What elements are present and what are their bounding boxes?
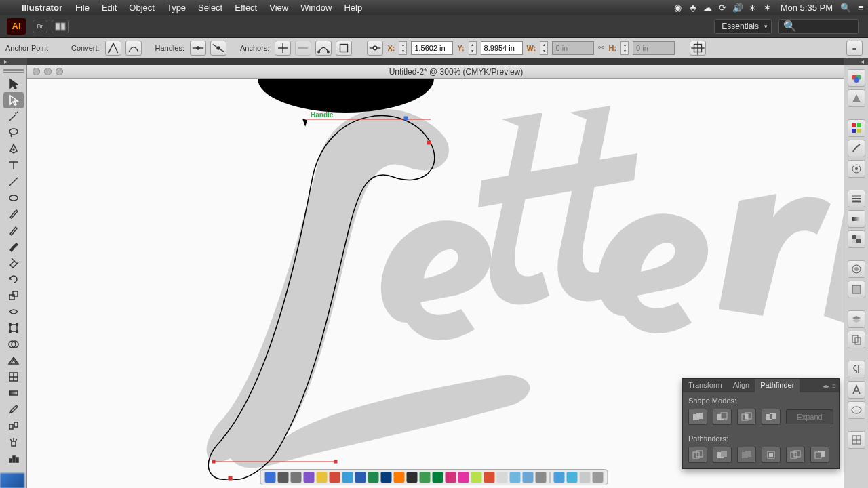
perspective-grid-tool[interactable] (3, 352, 24, 369)
dock-app-21[interactable] (536, 472, 547, 483)
rotate-tool[interactable] (3, 271, 24, 287)
x-stepper[interactable]: ▴▾ (399, 41, 407, 55)
dock-app-8[interactable] (368, 472, 379, 483)
dock-app-23[interactable] (567, 472, 578, 483)
shape-tool[interactable] (3, 190, 24, 206)
cut-path-button[interactable] (336, 41, 352, 56)
y-stepper[interactable]: ▴▾ (469, 41, 477, 55)
paragraph-panel-icon[interactable] (848, 361, 865, 378)
dock-app-0[interactable] (265, 472, 276, 483)
dock-app-20[interactable] (523, 472, 534, 483)
tab-transform[interactable]: Transform (683, 379, 728, 392)
dock-app-19[interactable] (510, 472, 521, 483)
color-panel-icon[interactable] (848, 69, 865, 87)
swatches-panel-icon[interactable] (848, 119, 865, 137)
screencast-icon[interactable]: ◉ (671, 3, 686, 13)
show-handles-button[interactable] (190, 41, 206, 56)
dock-app-6[interactable] (342, 472, 353, 483)
align-panel-icon[interactable] (848, 431, 865, 449)
arrange-documents-button[interactable] (52, 20, 69, 33)
control-bar-menu-button[interactable]: ≡ (846, 41, 863, 56)
close-window-button[interactable] (33, 68, 40, 75)
spotlight-icon[interactable]: 🔍 (838, 3, 853, 13)
gradient-panel-icon[interactable] (848, 210, 865, 228)
pen-tool[interactable] (3, 141, 24, 157)
artboards-panel-icon[interactable] (848, 331, 865, 348)
dock-app-22[interactable] (554, 472, 565, 483)
dock-app-7[interactable] (355, 472, 366, 483)
scale-tool[interactable] (3, 287, 24, 304)
menu-help[interactable]: Help (338, 3, 368, 13)
opentype-panel-icon[interactable] (848, 401, 865, 419)
paintbrush-tool[interactable] (3, 206, 24, 222)
dock-app-4[interactable] (317, 472, 328, 483)
dock-app-14[interactable] (446, 472, 456, 483)
intersect-button[interactable] (737, 409, 756, 425)
blend-tool[interactable] (3, 418, 24, 434)
divide-button[interactable] (688, 447, 707, 463)
bridge-button[interactable]: Br (33, 20, 47, 33)
eraser-tool[interactable] (3, 255, 24, 271)
selection-tool[interactable] (3, 76, 24, 92)
direct-selection-tool[interactable] (3, 92, 24, 108)
gradient-tool[interactable] (3, 385, 24, 401)
graphic-styles-panel-icon[interactable] (848, 281, 865, 298)
minus-front-button[interactable] (713, 409, 732, 425)
minus-back-button[interactable] (810, 447, 829, 463)
w-stepper[interactable]: ▴▾ (540, 41, 548, 55)
line-tool[interactable] (3, 174, 24, 190)
menu-select[interactable]: Select (192, 3, 229, 13)
menubar-clock[interactable]: Mon 5:35 PM (775, 3, 838, 13)
type-tool[interactable] (3, 157, 24, 174)
dock-app-25[interactable] (593, 472, 604, 483)
pencil-tool[interactable] (3, 222, 24, 239)
stroke-panel-icon[interactable] (848, 190, 865, 207)
menu-type[interactable]: Type (161, 3, 192, 13)
dock-app-16[interactable] (471, 472, 482, 483)
sync-icon[interactable]: ⟳ (715, 3, 730, 13)
transparency-panel-icon[interactable] (848, 230, 865, 248)
magic-wand-tool[interactable] (3, 108, 24, 125)
cloud-icon[interactable]: ☁ (701, 3, 715, 13)
convert-smooth-button[interactable] (125, 41, 142, 56)
dock-app-11[interactable] (407, 472, 418, 483)
pathfinder-panel[interactable]: Transform Align Pathfinder ◂▸ ≡ Shape Mo… (682, 378, 840, 469)
dock-app-12[interactable] (420, 472, 431, 483)
symbols-panel-icon[interactable] (848, 160, 865, 178)
blob-brush-tool[interactable] (3, 239, 24, 255)
link-wh-icon[interactable]: ⚯ (598, 43, 604, 52)
remove-anchor-button[interactable] (275, 41, 291, 56)
dock-app-17[interactable] (484, 472, 495, 483)
mesh-tool[interactable] (3, 369, 24, 385)
minimize-window-button[interactable] (44, 68, 52, 75)
dock-app-1[interactable] (278, 472, 289, 483)
symbol-sprayer-tool[interactable] (3, 434, 24, 450)
column-graph-tool[interactable] (3, 450, 24, 466)
search-field[interactable]: 🔍 (778, 19, 859, 34)
menu-file[interactable]: File (69, 3, 96, 13)
align-to-pixel-grid-button[interactable] (690, 41, 706, 56)
collapse-panels-icon[interactable]: ◂ (861, 58, 864, 65)
panel-collapse-icon[interactable]: ◂▸ (823, 382, 829, 390)
tools-drag-handle[interactable] (3, 68, 24, 73)
isolate-button[interactable] (367, 41, 383, 56)
eyedropper-tool[interactable] (3, 401, 24, 418)
shape-builder-tool[interactable] (3, 336, 24, 352)
y-field[interactable] (481, 41, 523, 55)
width-tool[interactable] (3, 304, 24, 320)
dock-app-2[interactable] (291, 472, 302, 483)
free-transform-tool[interactable] (3, 320, 24, 336)
h-stepper[interactable]: ▴▾ (620, 41, 629, 55)
layers-panel-icon[interactable] (848, 310, 865, 328)
notifications-icon[interactable]: ≡ (853, 3, 868, 13)
lasso-tool[interactable] (3, 125, 24, 141)
expand-panels-icon[interactable]: ▸ (4, 58, 7, 65)
brushes-panel-icon[interactable] (848, 140, 865, 157)
crop-button[interactable] (762, 447, 781, 463)
dropbox-icon[interactable]: ⬘ (686, 3, 701, 13)
x-field[interactable] (411, 41, 453, 55)
wifi-icon[interactable]: ✶ (760, 3, 775, 13)
bluetooth-icon[interactable]: ∗ (745, 3, 760, 13)
appearance-panel-icon[interactable] (848, 260, 865, 278)
menu-view[interactable]: View (263, 3, 294, 13)
